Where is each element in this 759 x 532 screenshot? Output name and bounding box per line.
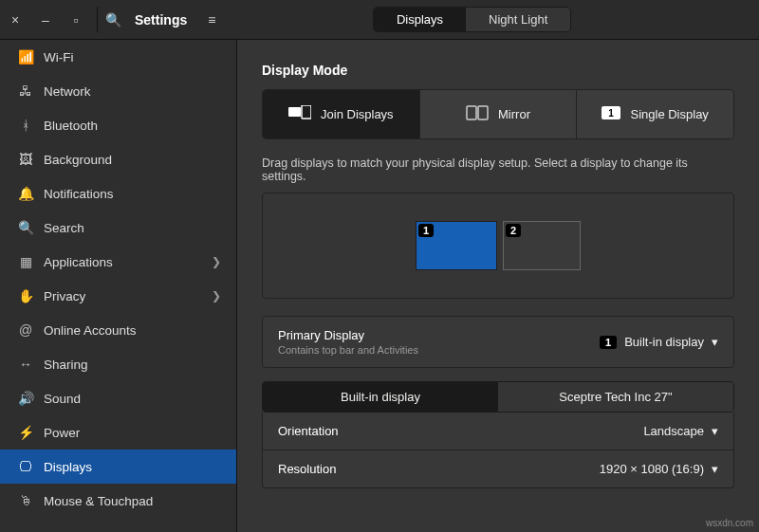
- mode-single-display[interactable]: 1 Single Display: [577, 90, 733, 138]
- sidebar-item-mouse[interactable]: 🖰Mouse & Touchpad: [0, 484, 236, 518]
- tab-nightlight[interactable]: Night Light: [466, 8, 570, 31]
- bluetooth-icon: ᚼ: [15, 118, 36, 133]
- orientation-value: Landscape: [643, 424, 704, 438]
- svg-rect-2: [467, 106, 476, 119]
- resolution-value: 1920 × 1080 (16:9): [600, 462, 704, 476]
- sidebar-item-wifi[interactable]: 📶Wi-Fi: [0, 40, 236, 74]
- app-title: Settings: [135, 12, 187, 28]
- tab-sceptre-display[interactable]: Sceptre Tech Inc 27": [498, 382, 733, 412]
- display-arrangement[interactable]: 1 2: [262, 193, 734, 299]
- header-tabs: Displays Night Light: [373, 7, 571, 32]
- watermark: wsxdn.com: [706, 518, 753, 528]
- share-icon: ↔: [15, 357, 36, 372]
- resolution-row[interactable]: Resolution 1920 × 1080 (16:9)▾: [263, 450, 733, 487]
- mirror-icon: [466, 105, 489, 123]
- svg-rect-3: [478, 106, 488, 119]
- search-icon: 🔍: [15, 220, 36, 235]
- apps-icon: ▦: [15, 254, 36, 269]
- sidebar-item-applications[interactable]: ▦Applications❯: [0, 245, 236, 279]
- chevron-right-icon: ❯: [212, 255, 221, 268]
- hamburger-icon[interactable]: ≡: [198, 7, 225, 33]
- wifi-icon: 📶: [15, 49, 36, 64]
- display-select-tabs: Built-in display Sceptre Tech Inc 27": [262, 381, 734, 413]
- chevron-down-icon: ▾: [712, 462, 718, 476]
- section-title-display-mode: Display Mode: [262, 63, 734, 78]
- join-icon: [288, 105, 311, 123]
- sidebar-item-network[interactable]: 🖧Network: [0, 74, 236, 108]
- power-icon: ⚡: [15, 425, 36, 440]
- orientation-row[interactable]: Orientation Landscape▾: [263, 413, 733, 450]
- sidebar-item-sharing[interactable]: ↔Sharing: [0, 347, 236, 381]
- tab-builtin-display[interactable]: Built-in display: [263, 382, 498, 412]
- sidebar-item-power[interactable]: ⚡Power: [0, 415, 236, 449]
- primary-badge: 1: [600, 336, 617, 349]
- speaker-icon: 🔊: [15, 391, 36, 406]
- privacy-icon: ✋: [15, 288, 36, 303]
- content-pane: Display Mode Join Displays Mirror 1 Sing…: [237, 40, 759, 532]
- sidebar-item-displays[interactable]: 🖵Displays: [0, 449, 236, 484]
- bell-icon: 🔔: [15, 186, 36, 201]
- maximize-icon[interactable]: ▫: [63, 7, 89, 33]
- primary-display-label: Primary Display: [278, 328, 418, 342]
- display-box-1[interactable]: 1: [416, 221, 497, 270]
- svg-rect-1: [302, 105, 311, 119]
- network-icon: 🖧: [15, 83, 36, 99]
- primary-display-row[interactable]: Primary Display Contains top bar and Act…: [262, 316, 734, 368]
- background-icon: 🖼: [15, 152, 36, 167]
- svg-text:1: 1: [609, 108, 615, 119]
- mode-mirror[interactable]: Mirror: [420, 90, 578, 138]
- sidebar-item-privacy[interactable]: ✋Privacy❯: [0, 279, 236, 313]
- chevron-down-icon: ▾: [712, 424, 718, 438]
- primary-display-sub: Contains top bar and Activities: [278, 344, 418, 356]
- mode-join-displays[interactable]: Join Displays: [263, 90, 420, 138]
- sidebar-item-search[interactable]: 🔍Search: [0, 211, 236, 245]
- sidebar-item-background[interactable]: 🖼Background: [0, 142, 236, 176]
- display-box-2[interactable]: 2: [503, 221, 581, 270]
- drag-hint: Drag displays to match your physical dis…: [262, 156, 734, 183]
- display-mode-group: Join Displays Mirror 1 Single Display: [262, 89, 734, 139]
- sidebar: 📶Wi-Fi 🖧Network ᚼBluetooth 🖼Background 🔔…: [0, 40, 237, 532]
- sidebar-item-bluetooth[interactable]: ᚼBluetooth: [0, 108, 236, 142]
- mouse-icon: 🖰: [15, 493, 36, 508]
- sidebar-item-online-accounts[interactable]: @Online Accounts: [0, 313, 236, 347]
- primary-display-value: Built-in display: [624, 335, 704, 349]
- chevron-down-icon: ▾: [712, 335, 718, 349]
- single-icon: 1: [602, 106, 620, 122]
- sidebar-item-sound[interactable]: 🔊Sound: [0, 381, 236, 415]
- tab-displays[interactable]: Displays: [374, 8, 466, 31]
- search-icon[interactable]: 🔍: [97, 7, 123, 33]
- header-bar: × – ▫ 🔍 Settings ≡ Displays Night Light: [0, 0, 759, 40]
- chevron-right-icon: ❯: [212, 289, 221, 303]
- minimize-icon[interactable]: –: [32, 7, 59, 33]
- display-icon: 🖵: [15, 459, 36, 474]
- sidebar-item-notifications[interactable]: 🔔Notifications: [0, 176, 236, 211]
- at-icon: @: [15, 322, 36, 338]
- close-icon[interactable]: ×: [2, 7, 28, 33]
- svg-rect-0: [288, 107, 301, 117]
